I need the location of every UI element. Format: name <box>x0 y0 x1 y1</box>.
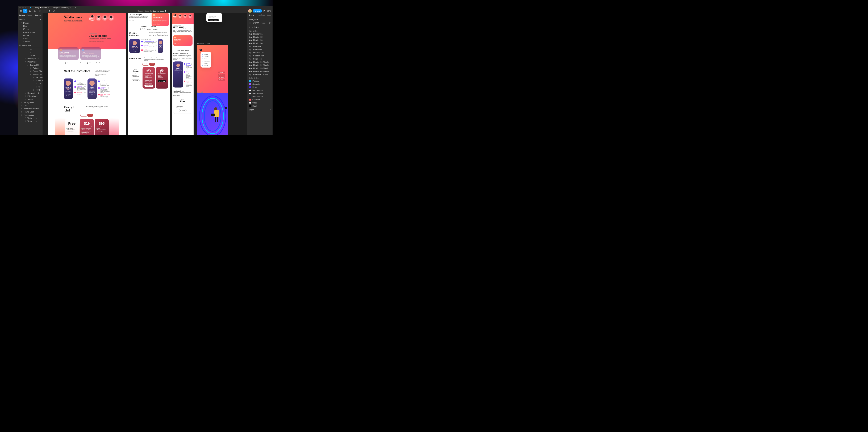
hand-tool[interactable] <box>47 9 51 13</box>
color-style-item[interactable]: Secondary <box>247 83 273 86</box>
nav-item[interactable]: ⎔Pricing <box>218 79 225 81</box>
frame-name[interactable]: Home iPad <box>22 44 31 47</box>
layer-row[interactable]: #Testimonial <box>18 117 42 120</box>
color-style-item[interactable]: Neutral Dark <box>247 95 273 98</box>
add-export-button[interactable]: + <box>270 109 271 111</box>
color-style-item[interactable]: Black <box>247 104 273 107</box>
menu-popup-item[interactable]: ◔Account <box>201 64 211 66</box>
color-style-item[interactable]: White <box>247 101 273 104</box>
menu-popup-item[interactable]: ⎔Pricing <box>201 58 211 60</box>
color-style-item[interactable]: Gradient <box>247 98 273 101</box>
layer-row[interactable]: #Toggle <box>18 98 42 101</box>
text-style-item[interactable]: AgCaption Text <box>247 54 273 57</box>
layer-row[interactable]: #Frame 577 <box>18 73 42 76</box>
signup-button[interactable]: ✎ Sign up <box>132 79 140 82</box>
zoom-level[interactable]: 50% ▾ <box>267 10 272 12</box>
tab-design[interactable]: Design <box>249 14 255 16</box>
layer-row[interactable]: #Frame 576 <box>18 79 42 82</box>
color-style-item[interactable]: Background <box>247 89 273 92</box>
figma-logo-icon[interactable] <box>29 6 32 9</box>
menu-popup-item[interactable]: ▦Courses <box>201 53 211 55</box>
text-style-item[interactable]: AgBody Intro Mobile <box>247 73 273 76</box>
visibility-toggle-icon[interactable] <box>269 22 271 24</box>
pen-tool[interactable] <box>38 9 42 13</box>
tab-prototype[interactable]: Prototype <box>257 14 265 16</box>
canvas-frame-header-footer[interactable]: ▦Courses▤Tutorials⎔Pricing⬇Downloads⌕Sea… <box>197 45 228 94</box>
layer-row[interactable]: #Frame 1084 <box>18 110 42 113</box>
text-style-item[interactable]: AgBody Intro <box>247 45 273 48</box>
layer-row[interactable]: #Title <box>18 104 42 107</box>
layer-row[interactable]: ▭Rectangle 17 <box>18 57 42 60</box>
bg-swatch[interactable] <box>249 22 251 24</box>
layer-row[interactable]: Tper month, ... <box>18 76 42 79</box>
layer-row[interactable]: #Price Card <box>18 60 42 63</box>
shape-tool[interactable] <box>33 9 37 13</box>
tab-code[interactable]: Code <box>267 14 271 16</box>
layer-row[interactable]: #Price Card <box>18 95 42 98</box>
text-style-item[interactable]: AgHeader H1 <box>247 32 273 35</box>
signup-button[interactable]: ✎ Sign up <box>179 109 187 112</box>
menu-popup-item[interactable]: ⌕Search <box>201 62 211 64</box>
comment-tool[interactable] <box>52 9 56 13</box>
text-style-item[interactable]: AgHeader H2 <box>247 35 273 38</box>
chevron-down-icon[interactable]: ▾ <box>27 10 28 12</box>
chevron-down-icon[interactable]: ▾ <box>42 10 42 12</box>
move-tool[interactable] <box>23 9 27 13</box>
tab-close-icon[interactable]: × <box>70 6 71 9</box>
subscribe-button[interactable]: ✉ Subscribe <box>145 85 153 87</box>
layer-row[interactable]: #Background <box>18 101 42 104</box>
text-style-item[interactable]: AgHeader H3 Mobile <box>247 67 273 70</box>
text-style-item[interactable]: AgSmall Text <box>247 57 273 60</box>
color-style-item[interactable]: Neutral Light <box>247 92 273 95</box>
text-style-item[interactable]: AgBody Main <box>247 48 273 51</box>
nav-item[interactable]: ▦Courses <box>218 74 225 76</box>
tab-shape-icon-lib[interactable]: Shape Icon Library × <box>52 6 72 9</box>
text-style-item[interactable]: AgHeader H3 <box>247 38 273 42</box>
page-item[interactable]: ✓Design <box>18 21 42 25</box>
layer-row[interactable]: T$ <box>18 85 42 88</box>
main-menu-button[interactable] <box>19 9 23 13</box>
text-style-item[interactable]: AgHeader H1 Mobile <box>247 60 273 64</box>
tab-close-icon[interactable]: × <box>48 6 49 9</box>
purchase-button[interactable]: 🛒 Purchase <box>158 81 166 82</box>
page-item[interactable]: Hero <box>18 25 42 28</box>
text-style-item[interactable]: AgHeader H4 <box>247 42 273 45</box>
chevron-down-icon[interactable]: ▾ <box>32 10 33 12</box>
color-style-item[interactable]: Links <box>247 86 273 89</box>
canvas[interactable]: Save money Get discounts We've partnered… <box>42 13 247 135</box>
toggle-monthly[interactable]: Monthly <box>142 63 149 66</box>
chevron-down-icon[interactable]: ▾ <box>37 10 37 12</box>
text-style-item[interactable]: AgHeader H4 Mobile <box>247 70 273 73</box>
nav-item[interactable]: ⌂Home <box>218 71 225 73</box>
layer-row[interactable]: T95 <box>18 48 42 51</box>
tab-layers[interactable]: Layers <box>19 14 25 16</box>
layer-row[interactable]: #Button <box>18 66 42 70</box>
nav-item[interactable]: ▤Tutorials <box>218 76 225 78</box>
close-icon[interactable]: ✕ <box>225 106 227 109</box>
layer-row[interactable]: T$ <box>18 51 42 54</box>
toggle-annual[interactable]: AnnualSave 48% <box>149 63 155 66</box>
bg-opacity[interactable]: 100% <box>261 22 266 24</box>
bg-hex[interactable]: 323232 <box>253 22 259 24</box>
page-item[interactable]: Mobile <box>18 34 42 37</box>
page-item[interactable]: Archive <box>18 40 42 43</box>
text-style-item[interactable]: AgHeader H2 Mobile <box>247 64 273 67</box>
layer-row[interactable]: #Testimonials <box>18 113 42 117</box>
present-button[interactable] <box>263 9 266 12</box>
layer-row[interactable]: TPRO <box>18 88 42 92</box>
menu-popup-item[interactable]: ⬇Downloads <box>201 60 211 62</box>
text-style-item[interactable]: AgMedium Text <box>247 51 273 54</box>
close-window-icon[interactable] <box>19 7 21 8</box>
zoom-window-icon[interactable] <box>25 7 26 8</box>
page-item[interactable]: iPhone <box>18 28 42 31</box>
menu-popup-item[interactable]: ▤Tutorials <box>201 55 211 58</box>
create-account-button[interactable]: ✎ Create account <box>208 19 219 21</box>
layer-row[interactable]: #Instructors Section <box>18 107 42 110</box>
canvas-frame-tablet[interactable]: 75,000 people Many companies look for de… <box>128 13 170 135</box>
page-item[interactable]: Course Menu <box>18 31 42 34</box>
tab-assets[interactable]: Assets <box>27 14 32 16</box>
share-button[interactable]: Share <box>253 9 261 12</box>
canvas-frame-desktop[interactable]: Save money Get discounts We've partnered… <box>48 13 126 135</box>
canvas-frame-mobile[interactable]: 3 months freeFigma Pro50% offSketch20% o… <box>172 13 193 135</box>
layer-row[interactable]: TTEAM <box>18 54 42 57</box>
